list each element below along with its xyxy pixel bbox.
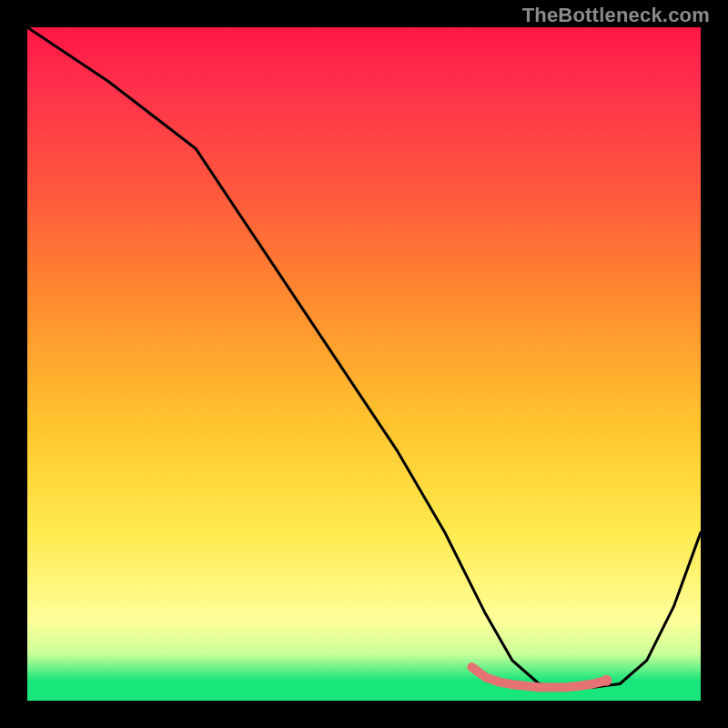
bottleneck-curve-line (27, 27, 701, 687)
plot-area (27, 27, 701, 701)
watermark-text: TheBottleneck.com (522, 4, 710, 27)
chart-overlay (27, 27, 701, 701)
chart-container: TheBottleneck.com (0, 0, 728, 728)
highlight-end-dot (601, 675, 612, 686)
highlight-segment-line (471, 667, 606, 687)
